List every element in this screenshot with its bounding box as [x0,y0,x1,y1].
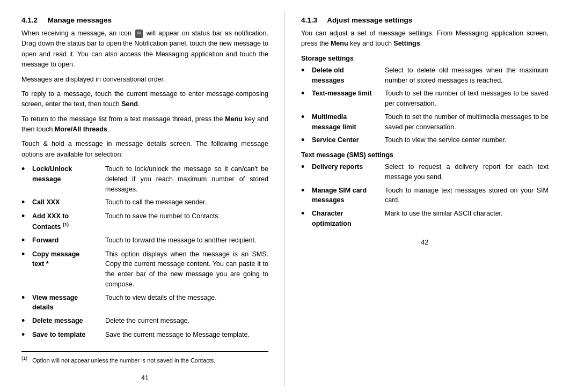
list-item: • Delete message Delete the current mess… [21,316,268,327]
bullet-term: Delete message [32,316,97,326]
bullet-content: Manage SIM cardmessages Touch to manage … [312,186,549,206]
menu-bold-right: Menu [331,40,348,47]
bullet-dot: • [301,112,310,123]
list-item: • Call XXX Touch to call the message sen… [21,197,268,208]
bullet-dot: • [301,65,310,76]
bullet-dot: • [301,135,310,146]
bullet-term: Multimediamessage limit [312,112,376,132]
right-section-heading: Adjust message settings [327,16,412,24]
left-section-title: 4.1.2 Manage messages [21,16,268,24]
bullet-desc: This option displays when the message is… [105,249,268,290]
storage-bullet-list: • Delete oldmessages Select to delete ol… [301,65,549,146]
right-section-title: 4.1.3 Adjust message settings [301,16,549,24]
list-item: • Manage SIM cardmessages Touch to manag… [301,186,549,206]
bullet-term: Call XXX [32,197,97,208]
list-item: • View messagedetails Touch to view deta… [21,293,268,313]
list-item: • Save to template Save the current mess… [21,330,268,341]
bullet-desc: Touch to save the number to Contacts. [105,211,220,221]
bullet-desc: Touch to lock/unlock the message so it c… [105,164,268,194]
bullet-content: Lock/Unlockmessage Touch to lock/unlock … [32,164,268,194]
bullet-dot: • [21,211,30,222]
bullet-desc: Save the current message to Message temp… [105,330,250,340]
morethreads-bold: More/All threads [55,125,107,133]
bullet-desc: Touch to view the service center number. [385,135,507,145]
bullet-dot: • [21,197,30,208]
menu-bold-1: Menu [225,115,243,123]
bullet-term: Characteroptimization [312,209,376,229]
bullet-dot: • [21,249,30,260]
left-para-1: When receiving a message, an icon ✉ will… [21,28,268,70]
left-page-number: 41 [21,374,268,382]
bullet-content: Delete oldmessages Select to delete old … [312,65,549,86]
bullet-desc: Delete the current message. [105,316,189,326]
bullet-term: Lock/Unlockmessage [32,164,97,184]
bullet-term: Service Center [312,135,376,145]
bullet-dot: • [21,293,30,304]
bullet-desc: Touch to manage text messages stored on … [385,186,549,206]
bullet-dot: • [301,162,310,173]
bullet-desc: Touch to set the number of text messages… [385,88,549,109]
bullet-dot: • [301,88,310,99]
storage-label: Storage settings [301,55,549,62]
bullet-desc: Touch to call the message sender. [105,197,207,208]
bullet-dot: • [21,235,30,246]
bullet-term: Text-message limit [312,88,376,99]
bullet-dot: • [301,209,310,219]
list-item: • Forward Touch to forward the message t… [21,235,268,246]
bullet-content: Characteroptimization Mark to use the si… [312,209,503,229]
bullet-term: View messagedetails [32,293,97,313]
bullet-desc: Touch to set the number of multimedia me… [385,112,549,132]
right-intro: You can adjust a set of message settings… [301,28,549,49]
left-para-5: Touch & hold a message in message detail… [21,139,268,160]
bullet-content: Delivery reports Select to request a del… [312,162,549,182]
bullet-term: Copy messagetext * [32,249,97,270]
bullet-content: Forward Touch to forward the message to … [32,235,256,246]
bullet-content: Text-message limit Touch to set the numb… [312,88,549,109]
list-item: • Characteroptimization Mark to use the … [301,209,549,229]
bullet-dot: • [21,330,30,341]
footnote-area: (1) Option will not appear unless the nu… [21,351,268,365]
bullet-term: Save to template [32,330,97,340]
right-section-number: 4.1.3 [301,16,317,24]
left-bullet-list: • Lock/Unlockmessage Touch to lock/unloc… [21,164,268,341]
sms-bullet-list: • Delivery reports Select to request a d… [301,162,549,229]
bullet-content: Delete message Delete the current messag… [32,316,189,326]
sms-label: Text message (SMS) settings [301,151,549,159]
bullet-desc: Select to delete old messages when the m… [385,65,549,86]
bullet-content: Copy messagetext * This option displays … [32,249,268,290]
list-item: • Add XXX toContacts (1) Touch to save t… [21,211,268,232]
list-item: • Delete oldmessages Select to delete ol… [301,65,549,86]
bullet-dot: • [21,164,30,175]
left-para-2: Messages are displayed in conversational… [21,75,268,85]
bullet-desc: Touch to forward the message to another … [105,235,256,246]
list-item: • Delivery reports Select to request a d… [301,162,549,182]
bullet-content: Call XXX Touch to call the message sende… [32,197,207,208]
list-item: • Text-message limit Touch to set the nu… [301,88,549,109]
footnote-text: (1) Option will not appear unless the nu… [21,355,268,365]
bullet-term: Forward [32,235,97,246]
bullet-term: Manage SIM cardmessages [312,186,376,206]
list-item: • Service Center Touch to view the servi… [301,135,549,146]
left-para-3: To reply to a message, touch the current… [21,89,268,110]
bullet-desc: Touch to view details of the message. [105,293,217,303]
bullet-content: Service Center Touch to view the service… [312,135,507,145]
right-page: 4.1.3 Adjust message settings You can ad… [285,11,570,387]
left-para-4: To return to the message list from a tex… [21,114,268,135]
bullet-term: Delete oldmessages [312,65,376,86]
message-icon: ✉ [135,29,143,38]
bullet-desc: Select to request a delivery report for … [385,162,549,182]
bullet-dot: • [21,316,30,327]
settings-bold: Settings [393,40,420,47]
bullet-content: Multimediamessage limit Touch to set the… [312,112,549,132]
list-item: • Multimediamessage limit Touch to set t… [301,112,549,132]
left-section-number: 4.1.2 [21,16,38,24]
list-item: • Copy messagetext * This option display… [21,249,268,290]
bullet-content: Add XXX toContacts (1) Touch to save the… [32,211,220,232]
list-item: • Lock/Unlockmessage Touch to lock/unloc… [21,164,268,194]
send-bold: Send [121,100,138,108]
bullet-content: View messagedetails Touch to view detail… [32,293,217,313]
left-section-heading: Manage messages [48,16,112,24]
left-page: 4.1.2 Manage messages When receiving a m… [0,11,285,387]
bullet-term: Add XXX toContacts (1) [32,211,97,232]
bullet-term: Delivery reports [312,162,376,172]
